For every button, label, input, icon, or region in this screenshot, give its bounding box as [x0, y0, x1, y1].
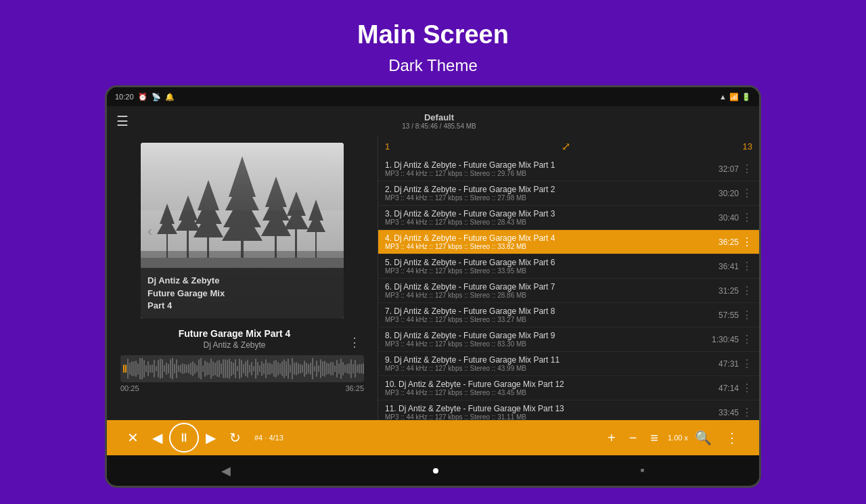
track-title: 6. Dj Antiz & Zebyte - Future Garage Mix… [385, 282, 713, 292]
track-info: 3. Dj Antiz & Zebyte - Future Garage Mix… [385, 209, 713, 226]
track-title: 8. Dj Antiz & Zebyte - Future Garage Mix… [385, 331, 706, 340]
playlist-track-9[interactable]: 9. Dj Antiz & Zebyte - Future Garage Mix… [378, 352, 759, 376]
track-more-button[interactable]: ⋮ [742, 235, 752, 248]
square-button[interactable]: ▪ [640, 463, 644, 478]
more-options-button[interactable]: ⋮ [719, 430, 746, 446]
playlist-track-8[interactable]: 8. Dj Antiz & Zebyte - Future Garage Mix… [378, 327, 759, 352]
play-pause-button[interactable]: ⏸ [169, 423, 199, 453]
page-header: Main Screen Dark Theme [357, 0, 509, 85]
back-button[interactable]: ◀ [221, 463, 231, 478]
time-elapsed: 00:25 [120, 384, 139, 392]
next-button[interactable]: ▶ [199, 430, 223, 446]
overlay-album: Future Garage Mix [147, 288, 337, 300]
remove-button[interactable]: − [622, 430, 644, 446]
playlist-meta: 13 / 8:45:46 / 485.54 MB [129, 122, 750, 130]
track-title: 1. Dj Antiz & Zebyte - Future Garage Mix… [385, 160, 713, 170]
track-more-button[interactable]: ⋮ [742, 357, 752, 370]
track-meta: MP3 :: 44 kHz :: 127 kbps :: Stereo :: 2… [385, 170, 713, 177]
track-position-label: #4 · 4/13 [254, 434, 283, 442]
playlist-track-11[interactable]: 11. Dj Antiz & Zebyte - Future Garage Mi… [378, 400, 759, 420]
search-button[interactable]: 🔍 [688, 430, 719, 446]
playlist-name: Default [129, 112, 750, 122]
playlist-track-4[interactable]: 4. Dj Antiz & Zebyte - Future Garage Mix… [378, 230, 759, 254]
playlist-track-5[interactable]: 5. Dj Antiz & Zebyte - Future Garage Mix… [378, 254, 759, 279]
track-info: 7. Dj Antiz & Zebyte - Future Garage Mix… [385, 306, 713, 323]
player-panel: Dj Antiz & Zebyte Future Garage Mix Part… [107, 136, 378, 420]
speed-button[interactable]: 1.00 x [668, 434, 688, 442]
track-more-button[interactable]: ⋮ [742, 333, 752, 346]
add-to-queue-button[interactable]: + [601, 430, 622, 446]
track-more-button[interactable]: ⋮ [742, 382, 752, 394]
track-meta: MP3 :: 44 kHz :: 127 kbps :: Stereo :: 4… [385, 389, 713, 396]
track-meta: MP3 :: 44 kHz :: 127 kbps :: Stereo :: 3… [385, 316, 713, 323]
waveform-bars [120, 355, 364, 382]
notification-icon: 🔔 [165, 93, 175, 101]
track-meta: MP3 :: 44 kHz :: 127 kbps :: Stereo :: 3… [385, 243, 713, 250]
track-info: 1. Dj Antiz & Zebyte - Future Garage Mix… [385, 160, 713, 177]
track-more-button[interactable]: ⋮ [742, 211, 752, 224]
track-info: 4. Dj Antiz & Zebyte - Future Garage Mix… [385, 233, 713, 250]
overlay-part: Part 4 [147, 300, 337, 312]
track-duration: 36:41 [719, 262, 739, 271]
track-info: 2. Dj Antiz & Zebyte - Future Garage Mix… [385, 185, 713, 202]
playlist-items: 1. Dj Antiz & Zebyte - Future Garage Mix… [378, 157, 759, 420]
playlist-header: 1 ⤢ 13 [378, 136, 759, 157]
track-position: #4 · 4/13 [254, 434, 283, 442]
playlist-track-1[interactable]: 1. Dj Antiz & Zebyte - Future Garage Mix… [378, 157, 759, 181]
svg-rect-27 [141, 143, 344, 210]
hamburger-menu[interactable]: ☰ [116, 113, 129, 129]
album-art: Dj Antiz & Zebyte Future Garage Mix Part… [141, 143, 344, 319]
track-title: Future Garage Mix Part 4 [120, 328, 348, 339]
repeat-button[interactable]: ↻ [223, 430, 248, 446]
playlist-track-7[interactable]: 7. Dj Antiz & Zebyte - Future Garage Mix… [378, 303, 759, 327]
playlist-view-button[interactable]: ≡ [643, 430, 665, 446]
playlist-panel[interactable]: 1 ⤢ 13 1. Dj Antiz & Zebyte - Future Gar… [378, 136, 759, 420]
track-duration: 36:25 [719, 237, 739, 247]
track-info: 8. Dj Antiz & Zebyte - Future Garage Mix… [385, 331, 706, 348]
playlist-track-num: 1 [385, 141, 390, 152]
track-duration: 32:07 [719, 164, 739, 174]
track-title: 7. Dj Antiz & Zebyte - Future Garage Mix… [385, 306, 713, 316]
wifi-icon: ▲ [719, 93, 727, 101]
track-more-button[interactable]: ⋮ [742, 284, 752, 297]
track-artist: Dj Antiz & Zebyte [120, 340, 348, 350]
track-title: 5. Dj Antiz & Zebyte - Future Garage Mix… [385, 258, 713, 267]
track-more-button[interactable]: ⋮ [348, 335, 361, 350]
waveform-container[interactable]: 00:25 36:25 [120, 355, 364, 392]
playlist-track-2[interactable]: 2. Dj Antiz & Zebyte - Future Garage Mix… [378, 181, 759, 206]
track-meta: MP3 :: 44 kHz :: 127 kbps :: Stereo :: 8… [385, 340, 706, 348]
track-more-button[interactable]: ⋮ [742, 162, 752, 175]
playlist-track-10[interactable]: 10. Dj Antiz & Zebyte - Future Garage Mi… [378, 376, 759, 400]
main-content: Dj Antiz & Zebyte Future Garage Mix Part… [107, 136, 759, 420]
playlist-collapse-icon[interactable]: ⤢ [562, 140, 570, 153]
status-right: ▲ 📶 🔋 [719, 93, 751, 101]
bottom-controls: ✕ ◀ ⏸ ▶ ↻ #4 · 4/13 + − ≡ 1.00 x 🔍 ⋮ [107, 420, 759, 455]
status-time: 10:20 [115, 93, 134, 101]
playlist-track-6[interactable]: 6. Dj Antiz & Zebyte - Future Garage Mix… [378, 279, 759, 303]
waveform[interactable] [120, 355, 364, 382]
playlist-info: Default 13 / 8:45:46 / 485.54 MB [129, 112, 750, 130]
track-more-button[interactable]: ⋮ [742, 308, 752, 321]
track-duration: 30:40 [719, 213, 739, 223]
home-indicator[interactable] [433, 468, 438, 474]
nav-prev-icon[interactable]: ‹ [147, 223, 152, 239]
alarm-icon: ⏰ [138, 93, 147, 101]
track-info: 5. Dj Antiz & Zebyte - Future Garage Mix… [385, 258, 713, 275]
track-info: 6. Dj Antiz & Zebyte - Future Garage Mix… [385, 282, 713, 299]
track-more-button[interactable]: ⋮ [742, 260, 752, 273]
track-info: 10. Dj Antiz & Zebyte - Future Garage Mi… [385, 380, 713, 396]
track-info-row: Future Garage Mix Part 4 Dj Antiz & Zeby… [120, 323, 364, 350]
playlist-track-3[interactable]: 3. Dj Antiz & Zebyte - Future Garage Mix… [378, 206, 759, 230]
track-more-button[interactable]: ⋮ [742, 406, 752, 419]
track-title: 11. Dj Antiz & Zebyte - Future Garage Mi… [385, 404, 713, 413]
track-more-button[interactable]: ⋮ [742, 187, 752, 200]
battery-icon: 🔋 [742, 93, 751, 101]
prev-button[interactable]: ◀ [145, 430, 169, 446]
track-title: 4. Dj Antiz & Zebyte - Future Garage Mix… [385, 233, 713, 243]
shuffle-button[interactable]: ✕ [120, 430, 145, 446]
track-meta: MP3 :: 44 kHz :: 127 kbps :: Stereo :: 2… [385, 292, 713, 299]
top-bar: ☰ Default 13 / 8:45:46 / 485.54 MB [107, 106, 759, 136]
track-title: 10. Dj Antiz & Zebyte - Future Garage Mi… [385, 380, 713, 389]
track-info: 11. Dj Antiz & Zebyte - Future Garage Mi… [385, 404, 713, 420]
track-duration: 30:20 [719, 189, 739, 198]
